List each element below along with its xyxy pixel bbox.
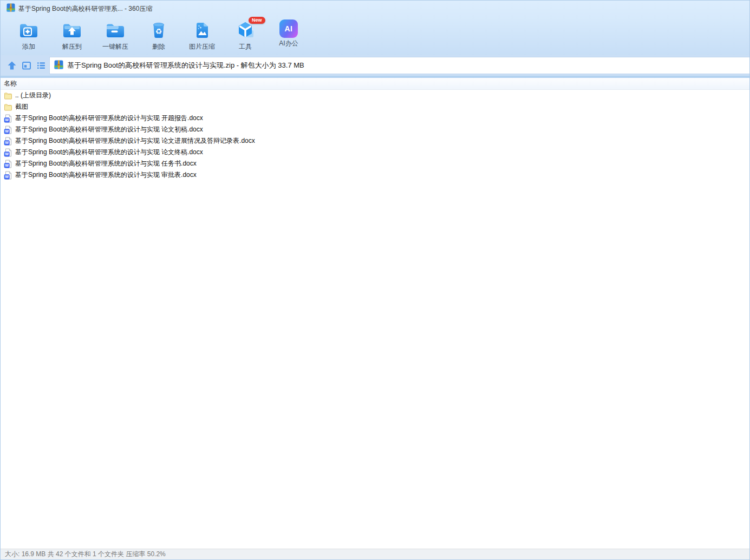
extract-to-folder-icon — [61, 19, 83, 41]
panel-view-icon[interactable] — [21, 60, 32, 71]
address-bar: 基于Spring Boot的高校科研管理系统的设计与实现.zip - 解包大小为… — [1, 55, 749, 76]
column-header-label: 名称 — [4, 79, 17, 88]
svg-text:W: W — [5, 174, 9, 179]
ai-office-button[interactable]: AI AI办公 — [267, 18, 310, 54]
one-click-extract-button-label: 一键解压 — [102, 42, 128, 51]
word-doc-icon: W — [4, 114, 12, 123]
word-doc-icon: W — [4, 137, 12, 146]
ai-office-button-label: AI办公 — [279, 39, 298, 48]
address-field[interactable]: 基于Spring Boot的高校科研管理系统的设计与实现.zip - 解包大小为… — [49, 57, 749, 74]
svg-text:♻: ♻ — [155, 27, 162, 36]
list-item-folder[interactable]: .. (上级目录) — [1, 90, 749, 101]
tools-button-label: 工具 — [239, 42, 252, 51]
list-item-folder[interactable]: 截图 — [1, 101, 749, 113]
ai-office-icon: AI — [279, 19, 298, 38]
list-item-docx[interactable]: W 基于Spring Boot的高校科研管理系统的设计与实现 论文终稿.docx — [1, 147, 749, 158]
add-button-label: 添加 — [22, 42, 35, 51]
up-arrow-icon[interactable] — [6, 60, 17, 71]
word-doc-icon: W — [4, 171, 12, 180]
file-name: 基于Spring Boot的高校科研管理系统的设计与实现 论文终稿.docx — [15, 148, 203, 157]
window-title: 基于Spring Boot的高校科研管理系... - 360压缩 — [18, 4, 152, 14]
file-name: 基于Spring Boot的高校科研管理系统的设计与实现 论文进展情况及答辩记录… — [15, 136, 255, 146]
word-doc-icon: W — [4, 160, 12, 168]
svg-text:W: W — [5, 140, 9, 145]
nav-icons — [1, 60, 49, 71]
word-doc-icon: W — [4, 148, 12, 157]
file-name: 截图 — [15, 102, 28, 111]
image-compress-icon — [191, 19, 213, 41]
svg-text:W: W — [5, 151, 9, 156]
file-name: 基于Spring Boot的高校科研管理系统的设计与实现 审批表.docx — [15, 170, 197, 180]
one-click-extract-button[interactable]: 一键解压 — [94, 18, 137, 54]
image-compress-button[interactable]: 图片压缩 — [180, 18, 224, 54]
extract-to-button[interactable]: 解压到 — [50, 18, 94, 54]
extract-to-button-label: 解压到 — [62, 42, 82, 51]
toolbar: 添加 解压到 — [1, 17, 749, 55]
status-text: 大小: 16.9 MB 共 42 个文件和 1 个文件夹 压缩率 50.2% — [5, 550, 166, 559]
word-doc-icon: W — [4, 126, 12, 134]
add-folder-icon — [18, 19, 40, 41]
delete-trash-icon: ♻ — [148, 19, 169, 41]
list-item-docx[interactable]: W 基于Spring Boot的高校科研管理系统的设计与实现 审批表.docx — [1, 169, 749, 181]
delete-button-label: 删除 — [152, 42, 165, 51]
list-view-icon[interactable] — [36, 60, 47, 71]
zip-archive-icon — [54, 60, 63, 71]
file-name: 基于Spring Boot的高校科研管理系统的设计与实现 开题报告.docx — [15, 114, 203, 123]
new-badge: New — [249, 17, 265, 24]
file-name: 基于Spring Boot的高校科研管理系统的设计与实现 任务书.docx — [15, 159, 197, 168]
top-chrome: 基于Spring Boot的高校科研管理系... - 360压缩 — [1, 1, 749, 55]
file-list: .. (上级目录) 截图 W 基于Spring Boot的高校科研管理系统的设计… — [1, 90, 749, 181]
svg-text:W: W — [5, 129, 9, 134]
image-compress-button-label: 图片压缩 — [189, 42, 215, 51]
file-name: .. (上级目录) — [15, 91, 51, 100]
tools-button[interactable]: 工具 New — [224, 18, 267, 54]
status-bar: 大小: 16.9 MB 共 42 个文件和 1 个文件夹 压缩率 50.2% — [1, 549, 749, 559]
zip-archive-icon — [6, 3, 15, 14]
list-item-docx[interactable]: W 基于Spring Boot的高校科研管理系统的设计与实现 开题报告.docx — [1, 113, 749, 124]
column-header-name[interactable]: 名称 — [1, 78, 749, 90]
file-name: 基于Spring Boot的高校科研管理系统的设计与实现 论文初稿.docx — [15, 125, 203, 134]
svg-text:W: W — [5, 117, 9, 122]
list-item-docx[interactable]: W 基于Spring Boot的高校科研管理系统的设计与实现 论文初稿.docx — [1, 124, 749, 135]
svg-text:W: W — [5, 163, 9, 168]
folder-icon — [4, 91, 12, 100]
one-click-extract-icon — [105, 19, 126, 41]
folder-icon — [4, 103, 12, 111]
list-item-docx[interactable]: W 基于Spring Boot的高校科研管理系统的设计与实现 任务书.docx — [1, 158, 749, 169]
titlebar[interactable]: 基于Spring Boot的高校科研管理系... - 360压缩 — [1, 1, 749, 17]
delete-button[interactable]: ♻ 删除 — [137, 18, 180, 54]
app-window: 基于Spring Boot的高校科研管理系... - 360压缩 — [0, 0, 750, 560]
archive-path: 基于Spring Boot的高校科研管理系统的设计与实现.zip - 解包大小为… — [67, 61, 304, 70]
list-item-docx[interactable]: W 基于Spring Boot的高校科研管理系统的设计与实现 论文进展情况及答辩… — [1, 135, 749, 147]
add-button[interactable]: 添加 — [7, 18, 50, 54]
list-empty-area — [1, 181, 749, 549]
